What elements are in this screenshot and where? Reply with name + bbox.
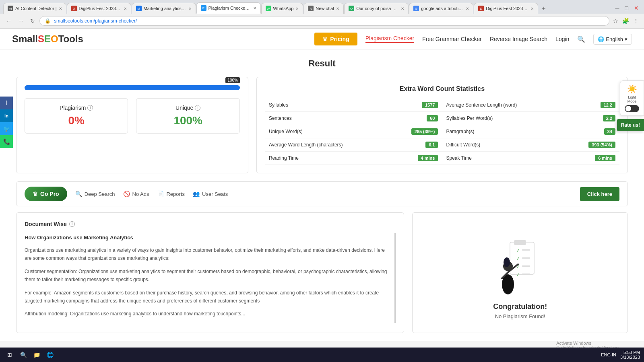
browser-tab-1[interactable]: AI AI Content Detector | ✕	[3, 3, 66, 14]
plagiarism-metric-box: Plagiarism i 0%	[25, 98, 128, 134]
chevron-down-icon: ▾	[625, 36, 627, 42]
extensions-icon[interactable]: 🧩	[621, 16, 630, 25]
nav-grammar-checker[interactable]: Free Grammar Checker	[422, 36, 482, 42]
unique-value: 100%	[142, 114, 233, 127]
svg-rect-6	[522, 249, 530, 251]
svg-rect-7	[522, 257, 530, 259]
feature-user-seats[interactable]: 👥 User Seats	[193, 191, 228, 197]
login-button[interactable]: Login	[555, 36, 569, 42]
tab-close-4[interactable]: ✕	[253, 6, 256, 10]
tab-close-3[interactable]: ✕	[188, 6, 192, 11]
document-para-3: For example: Amazon segments its custome…	[25, 289, 390, 305]
gopro-button[interactable]: ♛ Go Pro	[25, 187, 67, 201]
tab-close-6[interactable]: ✕	[336, 6, 339, 11]
stat-difficult-words: Difficult Word(s) 393 (54%)	[442, 138, 619, 152]
minimize-button[interactable]: ─	[613, 4, 621, 12]
tab-close-1[interactable]: ✕	[59, 6, 62, 11]
bookmark-icon[interactable]: ☆	[612, 16, 619, 25]
tab-label-2: DigiPlus Fest 2023: N...	[79, 6, 122, 11]
stat-syllables: Syllables 1577	[265, 99, 442, 112]
url-input[interactable]	[54, 18, 604, 24]
plagiarism-card: 100% Plagiarism i 0% Unique	[16, 77, 248, 173]
browser-tab-9[interactable]: D DigiPlus Fest 2023: N... ✕	[474, 3, 538, 14]
feature-reports[interactable]: 📄 Reports	[157, 191, 185, 197]
linkedin-button[interactable]: in	[0, 109, 13, 122]
rate-us-button[interactable]: Rate us!	[617, 119, 644, 131]
logo-area[interactable]: SmallSEOTools	[12, 33, 83, 45]
congrats-title: Congratulation!	[493, 302, 547, 311]
plagiarism-info-icon[interactable]: i	[87, 105, 93, 111]
stats-title: Extra Word Count Statistics	[265, 85, 619, 93]
whatsapp-button[interactable]: 📞	[0, 135, 13, 148]
nav-plagiarism-checker[interactable]: Plagiarism Checker	[365, 35, 414, 43]
feature-deep-search[interactable]: 🔍 Deep Search	[75, 191, 115, 197]
browser-tab-2[interactable]: D DigiPlus Fest 2023: N... ✕	[67, 3, 131, 14]
activate-windows-line1: Activate Windows	[556, 341, 620, 341]
lock-icon: 🔒	[45, 18, 51, 24]
svg-text:✓: ✓	[516, 256, 520, 261]
document-para-2: Customer segmentation: Organizations use…	[25, 267, 390, 284]
user-seats-icon: 👥	[193, 191, 200, 197]
search-icon[interactable]: 🔍	[577, 35, 585, 43]
metrics-row: Plagiarism i 0% Unique i 100%	[25, 98, 240, 134]
language-selector[interactable]: 🌐 English ▾	[593, 34, 632, 45]
pricing-button[interactable]: ♛ Pricing	[314, 33, 357, 45]
reports-label: Reports	[166, 191, 185, 197]
stat-syllables-value: 1577	[422, 102, 438, 108]
tab-close-8[interactable]: ✕	[466, 6, 469, 11]
document-title: How Organizations use Marketing Analytic…	[25, 233, 390, 242]
header-nav: ♛ Pricing Plagiarism Checker Free Gramma…	[314, 33, 632, 45]
tab-label-5: WhatsApp	[273, 6, 294, 11]
reload-button[interactable]: ↻	[28, 17, 37, 25]
progress-bar-container: 100%	[25, 85, 240, 90]
stat-avg-sentence-value: 12.2	[601, 102, 615, 108]
click-here-button[interactable]: Click here	[580, 187, 619, 201]
deep-search-icon: 🔍	[75, 191, 82, 197]
browser-tab-5[interactable]: W WhatsApp ✕	[261, 3, 303, 14]
tab-close-5[interactable]: ✕	[295, 6, 299, 11]
language-label: English	[606, 36, 623, 42]
globe-icon: 🌐	[598, 36, 604, 42]
plagiarism-label: Plagiarism i	[31, 105, 122, 111]
settings-icon[interactable]: ⋮	[632, 16, 640, 25]
stat-unique-words-label: Unique Word(s)	[269, 129, 303, 134]
congrats-illustration: ✓ ✓ ✓ ✓	[496, 226, 544, 298]
facebook-button[interactable]: f	[0, 97, 13, 109]
feature-no-ads[interactable]: 🚫 No Ads	[123, 191, 149, 197]
maximize-button[interactable]: □	[623, 4, 630, 12]
stat-paragraphs-value: 34	[604, 128, 615, 135]
unique-info-icon[interactable]: i	[195, 105, 200, 111]
browser-tab-7[interactable]: O Our copy of poisa W... ✕	[344, 3, 409, 14]
browser-tab-3[interactable]: M Marketing analytics fa... ✕	[132, 3, 196, 14]
forward-button[interactable]: →	[16, 17, 26, 25]
back-button[interactable]: ←	[4, 17, 14, 25]
tab-close-9[interactable]: ✕	[530, 6, 534, 11]
tab-close-2[interactable]: ✕	[124, 6, 127, 11]
reports-icon: 📄	[157, 191, 164, 197]
gopro-banner: ♛ Go Pro 🔍 Deep Search 🚫 No Ads 📄 Report…	[16, 181, 628, 206]
close-window-button[interactable]: ✕	[632, 4, 641, 12]
tab-label-9: DigiPlus Fest 2023: N...	[486, 6, 528, 11]
logo-o: O	[51, 33, 58, 44]
svg-text:✓: ✓	[516, 272, 520, 278]
plagiarism-value: 0%	[31, 114, 122, 127]
deep-search-label: Deep Search	[85, 191, 115, 197]
tab-close-7[interactable]: ✕	[401, 6, 404, 11]
svg-point-14	[504, 257, 510, 267]
stats-grid: Syllables 1577 Average Sentence Length (…	[265, 99, 619, 165]
browser-tab-4[interactable]: P Plagiarism Checker - T... ✕	[196, 2, 261, 14]
nav-reverse-image[interactable]: Reverse Image Search	[490, 36, 547, 42]
twitter-button[interactable]: 🐦	[0, 122, 13, 135]
pricing-label: Pricing	[330, 36, 349, 42]
stat-paragraphs: Paragraph(s) 34	[442, 125, 619, 138]
browser-tab-6[interactable]: N New chat ✕	[303, 3, 344, 14]
document-info-icon[interactable]: i	[69, 221, 75, 227]
light-mode-toggle[interactable]	[625, 105, 639, 112]
stats-card: Extra Word Count Statistics Syllables 15…	[256, 77, 628, 173]
new-tab-button[interactable]: +	[539, 3, 549, 14]
browser-tab-8[interactable]: G google ads attributio... ✕	[409, 3, 473, 14]
no-ads-icon: 🚫	[123, 191, 130, 197]
address-bar[interactable]: 🔒	[39, 16, 609, 26]
stat-sentences-value: 60	[427, 115, 438, 121]
toggle-knob	[625, 106, 631, 111]
